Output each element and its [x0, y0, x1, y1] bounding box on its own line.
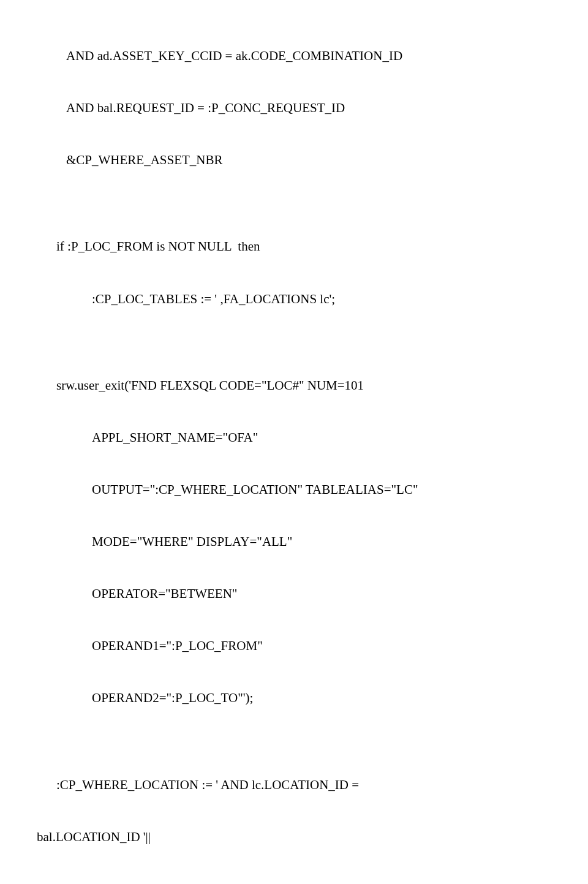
- code-line: &CP_WHERE_ASSET_NBR: [37, 151, 551, 168]
- code-line: OUTPUT=":CP_WHERE_LOCATION" TABLEALIAS="…: [37, 481, 551, 498]
- code-block: AND ad.ASSET_KEY_CCID = ak.CODE_COMBINAT…: [37, 12, 551, 884]
- code-line: :CP_WHERE_LOCATION := ' AND lc.LOCATION_…: [37, 776, 551, 793]
- code-line: bal.LOCATION_ID '||: [37, 828, 551, 845]
- code-line: :CP_LOC_TABLES := ' ,FA_LOCATIONS lc';: [37, 290, 551, 308]
- code-line: AND bal.REQUEST_ID = :P_CONC_REQUEST_ID: [37, 99, 551, 116]
- code-line: APPL_SHORT_NAME="OFA": [37, 429, 551, 446]
- code-line: OPERAND2=":P_LOC_TO"');: [37, 689, 551, 706]
- code-line: ' AND ( '||NVL(:CP_WHERE_LOCATION,'1=1')…: [37, 880, 551, 884]
- code-line: srw.user_exit('FND FLEXSQL CODE="LOC#" N…: [37, 377, 551, 394]
- code-line: if :P_LOC_FROM is NOT NULL then: [37, 238, 551, 255]
- code-line: MODE="WHERE" DISPLAY="ALL": [37, 533, 551, 550]
- code-line: OPERATOR="BETWEEN": [37, 585, 551, 602]
- code-line: OPERAND1=":P_LOC_FROM": [37, 637, 551, 654]
- code-line: AND ad.ASSET_KEY_CCID = ak.CODE_COMBINAT…: [37, 47, 551, 64]
